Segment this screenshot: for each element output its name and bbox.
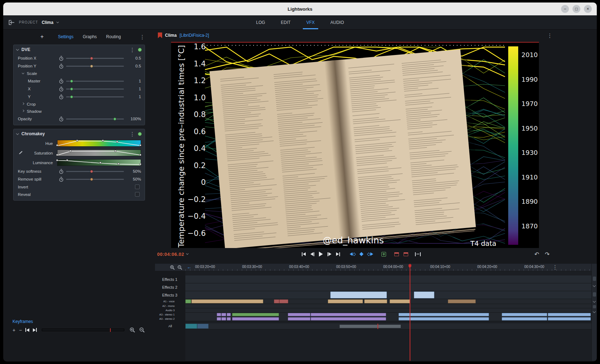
slider-thumb[interactable] [90, 178, 93, 181]
jump-start-button[interactable] [302, 252, 306, 256]
curve-point[interactable] [56, 159, 58, 161]
scroll-down-icon[interactable] [593, 310, 596, 313]
keyframe-clock-icon[interactable] [59, 169, 64, 174]
jump-end-button[interactable] [336, 252, 340, 256]
luminance-curve-editor[interactable] [57, 159, 141, 166]
timeline-zoom-out-icon[interactable] [177, 265, 182, 270]
track-a2[interactable] [185, 304, 591, 308]
tab-edit[interactable]: EDIT [274, 15, 297, 29]
timeline-clip[interactable] [227, 313, 231, 316]
curve-point[interactable] [139, 144, 141, 146]
collapsed-icon[interactable] [22, 110, 24, 112]
prev-keyframe-button[interactable] [350, 252, 355, 256]
position-x-slider[interactable] [66, 56, 124, 60]
scroll-thumb[interactable] [593, 292, 596, 297]
slider-thumb[interactable] [70, 80, 73, 83]
timeline-clip[interactable] [279, 299, 288, 303]
track-label[interactable]: A3 - stereo 2 [155, 317, 185, 321]
track-label[interactable]: Effects 1 [155, 275, 185, 283]
tab-log[interactable]: LOG [250, 15, 271, 29]
slider-thumb[interactable] [90, 170, 93, 173]
slider-thumb[interactable] [90, 65, 93, 68]
collapse-icon[interactable] [16, 132, 19, 135]
keyframe-clock-icon[interactable] [59, 64, 64, 69]
tab-settings[interactable]: Settings [58, 34, 73, 39]
tab-audio[interactable]: AUDIO [324, 15, 350, 29]
opacity-slider[interactable] [66, 117, 124, 121]
current-timecode[interactable]: 00:04:06.02 [157, 252, 184, 257]
viewer-clip-name[interactable]: Clima [165, 33, 177, 38]
timeline-clip[interactable] [364, 299, 387, 303]
timeline-clip[interactable] [311, 317, 386, 320]
scroll-down-icon[interactable] [593, 284, 596, 287]
timeline-clip[interactable] [399, 313, 489, 316]
slider-thumb[interactable] [113, 117, 116, 121]
timeline-ruler[interactable]: ← ⋮ 00:03:20+0000:03:30+0000:03:40+0000:… [185, 264, 591, 271]
close-button[interactable]: × [584, 5, 592, 13]
chevron-down-icon[interactable] [56, 20, 59, 23]
key-softness-slider[interactable] [66, 169, 124, 173]
keyframe-clock-icon[interactable] [59, 86, 64, 92]
timeline-clip[interactable] [221, 317, 226, 320]
timeline-clip[interactable] [232, 317, 279, 320]
timeline-clip[interactable] [548, 313, 590, 316]
tab-graphs[interactable]: Graphs [83, 34, 97, 39]
reveal-checkbox[interactable] [135, 192, 140, 197]
track-label[interactable]: Effects 3 [155, 291, 185, 299]
invert-checkbox[interactable] [135, 184, 140, 189]
timeline-clip[interactable] [227, 317, 231, 320]
scroll-left-arrow[interactable]: ← [187, 264, 191, 270]
panel-menu-icon[interactable]: ⋮ [140, 34, 145, 40]
remove-spill-slider[interactable] [66, 177, 124, 181]
track-effects-2[interactable] [185, 283, 591, 291]
chromakey-menu-icon[interactable]: ⋮ [130, 131, 135, 137]
video-viewport[interactable]: Temperature change since pre–industrial … [171, 42, 539, 248]
keyframe-clock-icon[interactable] [59, 116, 64, 122]
timeline-clip[interactable] [502, 317, 547, 320]
viewer-menu-icon[interactable]: ⋮ [547, 33, 552, 38]
remove-keyframe-button[interactable]: − [19, 327, 22, 333]
track-effects-1[interactable] [185, 275, 591, 283]
track-label[interactable]: Audio 3 [155, 308, 185, 313]
curve-point[interactable] [69, 150, 71, 152]
track-label[interactable]: All [155, 323, 185, 329]
timeline-clip[interactable] [191, 299, 263, 303]
add-keyframe-button[interactable]: + [12, 327, 15, 333]
curve-point[interactable] [76, 140, 78, 142]
collapse-icon[interactable] [22, 72, 24, 74]
timeline-clip[interactable] [288, 317, 311, 320]
timeline-clip[interactable] [232, 313, 279, 316]
crop-group-header[interactable]: Crop [14, 101, 145, 108]
maximize-button[interactable]: □ [572, 5, 580, 13]
slider-thumb[interactable] [70, 87, 73, 91]
track-label[interactable]: A3 - stereo 1 [155, 313, 185, 317]
scroll-thumb[interactable] [593, 305, 596, 308]
redo-button[interactable]: ↷ [545, 251, 550, 258]
slider-thumb[interactable] [70, 95, 73, 98]
slider-thumb[interactable] [90, 57, 93, 60]
scale-y-slider[interactable] [66, 95, 124, 99]
exit-project-icon[interactable] [8, 20, 15, 25]
keyframe-toggle-button[interactable] [360, 253, 363, 256]
undo-button[interactable]: ↶ [534, 251, 539, 258]
overview-window[interactable] [340, 325, 401, 328]
timeline-clip[interactable] [502, 313, 547, 316]
next-keyframe-button[interactable] [368, 252, 373, 256]
timecode-dropdown-icon[interactable] [186, 252, 189, 255]
mark-in-button[interactable] [394, 252, 399, 256]
timeline-clip[interactable] [448, 299, 476, 303]
timeline-menu-icon[interactable]: ⋮ [552, 264, 558, 270]
bookmark-icon[interactable] [158, 32, 162, 38]
curve-point[interactable] [56, 154, 58, 156]
track-label[interactable]: A1 - voce [155, 299, 185, 304]
scale-x-slider[interactable] [66, 87, 124, 91]
step-back-button[interactable] [310, 252, 314, 256]
keyframe-clock-icon[interactable] [59, 56, 64, 61]
zoom-out-icon[interactable] [139, 327, 145, 333]
add-effect-button[interactable]: + [40, 34, 44, 40]
curve-point[interactable] [139, 154, 141, 156]
timeline-clip[interactable] [217, 317, 221, 320]
keyframes-link[interactable]: Keyframes [12, 319, 145, 324]
mark-out-button[interactable] [404, 252, 408, 256]
keyframe-clock-icon[interactable] [59, 79, 64, 84]
